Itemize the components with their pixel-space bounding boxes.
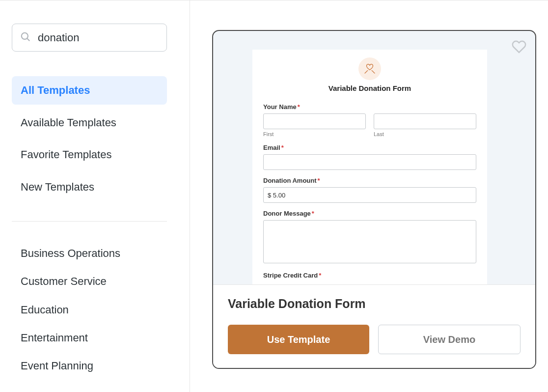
preview-form-title: Variable Donation Form — [263, 84, 476, 92]
preview-input-amount — [263, 187, 476, 203]
form-preview: Variable Donation Form Your Name* First … — [252, 50, 487, 284]
preview-label-name: Your Name* — [263, 103, 476, 111]
category-education[interactable]: Education — [12, 296, 178, 324]
heart-icon — [512, 47, 526, 55]
view-demo-button[interactable]: View Demo — [378, 325, 521, 354]
template-title: Variable Donation Form — [228, 297, 521, 311]
preview-input-first-name — [263, 113, 366, 129]
donation-hands-icon — [358, 57, 381, 80]
template-card-footer: Variable Donation Form Use Template View… — [213, 284, 535, 368]
category-business-operations[interactable]: Business Operations — [12, 239, 178, 267]
filter-all-templates[interactable]: All Templates — [12, 76, 167, 105]
category-customer-service[interactable]: Customer Service — [12, 267, 178, 295]
use-template-button[interactable]: Use Template — [228, 325, 369, 354]
category-list: Business Operations Customer Service Edu… — [12, 239, 178, 380]
filter-favorite-templates[interactable]: Favorite Templates — [12, 140, 167, 169]
favorite-toggle[interactable] — [512, 40, 526, 56]
search-input[interactable] — [38, 31, 159, 44]
template-card: Variable Donation Form Your Name* First … — [212, 30, 536, 369]
search-icon — [20, 31, 31, 44]
filter-available-templates[interactable]: Available Templates — [12, 109, 167, 137]
category-entertainment[interactable]: Entertainment — [12, 324, 178, 352]
preview-label-message: Donor Message* — [263, 210, 476, 217]
preview-input-last-name — [374, 113, 476, 129]
preview-sublabel-last: Last — [374, 131, 476, 137]
svg-point-0 — [22, 32, 28, 39]
sidebar: All Templates Available Templates Favori… — [0, 0, 190, 392]
sidebar-separator — [12, 221, 167, 222]
template-browser: All Templates Available Templates Favori… — [0, 0, 548, 392]
category-event-planning[interactable]: Event Planning — [12, 352, 178, 380]
filter-list: All Templates Available Templates Favori… — [12, 76, 178, 201]
preview-sublabel-first: First — [263, 131, 366, 137]
preview-label-stripe: Stripe Credit Card* — [263, 272, 476, 279]
filter-new-templates[interactable]: New Templates — [12, 173, 167, 201]
template-preview: Variable Donation Form Your Name* First … — [213, 31, 535, 284]
preview-label-email: Email* — [263, 144, 476, 151]
main-pane: Variable Donation Form Your Name* First … — [190, 0, 548, 392]
preview-input-message — [263, 220, 476, 263]
preview-label-amount: Donation Amount* — [263, 177, 476, 184]
search-field[interactable] — [12, 24, 167, 52]
preview-input-email — [263, 154, 476, 170]
svg-line-1 — [27, 38, 29, 41]
